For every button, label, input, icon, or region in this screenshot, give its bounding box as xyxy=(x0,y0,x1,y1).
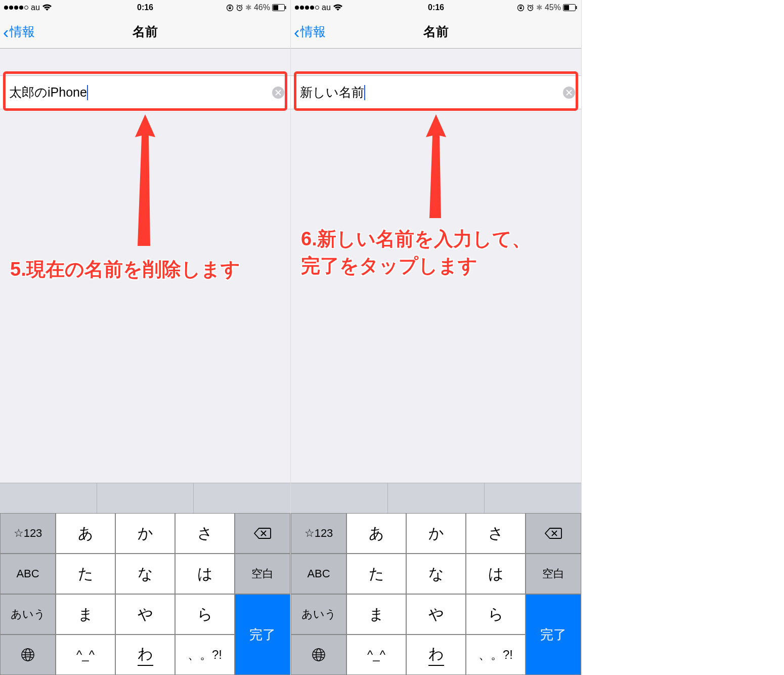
content-area: 太郎のiPhone 5.現在の名前を削除します xyxy=(0,49,290,483)
svg-line-22 xyxy=(528,5,529,6)
key-ka[interactable]: か xyxy=(115,513,175,554)
key-a[interactable]: あ xyxy=(346,513,406,554)
back-label: 情報 xyxy=(10,23,35,40)
key-face[interactable]: ^_^ xyxy=(56,635,115,675)
keyboard: ☆123 あ か さ ABC た な は 空白 あいう ま や ら 完了 ^_^… xyxy=(291,513,581,675)
back-button[interactable]: ‹ 情報 xyxy=(0,23,35,40)
key-mode-123[interactable]: ☆123 xyxy=(0,513,56,554)
signal-dots xyxy=(295,6,319,10)
key-a[interactable]: あ xyxy=(56,513,115,554)
annotation-text: 5.現在の名前を削除します xyxy=(10,256,280,283)
status-time: 0:16 xyxy=(428,3,444,12)
suggestion-item[interactable] xyxy=(485,483,581,513)
key-ma[interactable]: ま xyxy=(56,594,115,635)
screen-right: au 0:16 ✱ 45% ‹ 情報 名前 新しい名 xyxy=(291,0,582,675)
suggestion-item[interactable] xyxy=(97,483,194,513)
annotation-arrow xyxy=(130,114,160,248)
key-done[interactable]: 完了 xyxy=(526,594,581,675)
key-wa[interactable]: わ xyxy=(115,635,175,675)
nav-bar: ‹ 情報 名前 xyxy=(291,15,581,49)
back-label: 情報 xyxy=(300,23,326,40)
battery-percent: 46% xyxy=(254,3,270,12)
svg-rect-26 xyxy=(576,6,577,9)
key-globe[interactable] xyxy=(291,635,346,675)
nav-bar: ‹ 情報 名前 xyxy=(0,15,290,49)
key-mode-123[interactable]: ☆123 xyxy=(291,513,346,554)
svg-rect-9 xyxy=(285,6,286,9)
bluetooth-icon: ✱ xyxy=(245,3,252,12)
page-title: 名前 xyxy=(133,23,158,40)
suggestion-bar xyxy=(291,483,581,513)
key-kana[interactable]: あいう xyxy=(0,594,56,635)
annotation-arrow xyxy=(421,114,451,220)
suggestion-item[interactable] xyxy=(194,483,290,513)
carrier-label: au xyxy=(322,3,331,12)
key-ka[interactable]: か xyxy=(406,513,466,554)
key-backspace[interactable] xyxy=(526,513,581,554)
svg-line-23 xyxy=(532,5,533,6)
annotation-text: 6.新しい名前を入力して、 完了をタップします xyxy=(301,226,571,279)
bluetooth-icon: ✱ xyxy=(536,3,543,12)
back-button[interactable]: ‹ 情報 xyxy=(291,23,326,40)
content-area: 新しい名前 6.新しい名前を入力して、 完了をタップします xyxy=(291,49,581,483)
key-na[interactable]: な xyxy=(115,554,175,594)
key-ta[interactable]: た xyxy=(56,554,115,594)
key-ra[interactable]: ら xyxy=(175,594,235,635)
name-field-row[interactable]: 新しい名前 xyxy=(291,75,581,109)
svg-rect-1 xyxy=(229,7,231,9)
clear-icon[interactable] xyxy=(272,87,284,99)
wifi-icon xyxy=(333,4,342,11)
key-space[interactable]: 空白 xyxy=(235,554,290,594)
key-ha[interactable]: は xyxy=(466,554,526,594)
svg-rect-8 xyxy=(273,5,278,10)
key-abc[interactable]: ABC xyxy=(291,554,346,594)
name-input[interactable]: 太郎のiPhone xyxy=(9,76,87,109)
status-left: au xyxy=(4,3,52,12)
suggestion-bar xyxy=(0,483,290,513)
key-ra[interactable]: ら xyxy=(466,594,526,635)
key-wa[interactable]: わ xyxy=(406,635,466,675)
key-punct[interactable]: 、。?! xyxy=(175,635,235,675)
key-space[interactable]: 空白 xyxy=(526,554,581,594)
text-caret xyxy=(87,85,88,100)
clear-icon[interactable] xyxy=(563,87,575,99)
rotation-lock-icon xyxy=(226,4,234,12)
suggestion-item[interactable] xyxy=(0,483,97,513)
name-field-row[interactable]: 太郎のiPhone xyxy=(0,75,290,109)
suggestion-item[interactable] xyxy=(291,483,388,513)
key-ta[interactable]: た xyxy=(346,554,406,594)
svg-line-5 xyxy=(237,5,238,6)
svg-rect-18 xyxy=(519,7,521,9)
key-face[interactable]: ^_^ xyxy=(346,635,406,675)
key-globe[interactable] xyxy=(0,635,56,675)
key-ya[interactable]: や xyxy=(406,594,466,635)
key-sa[interactable]: さ xyxy=(466,513,526,554)
key-sa[interactable]: さ xyxy=(175,513,235,554)
carrier-label: au xyxy=(31,3,40,12)
key-backspace[interactable] xyxy=(235,513,290,554)
key-kana[interactable]: あいう xyxy=(291,594,346,635)
battery-icon xyxy=(563,4,577,11)
status-right: ✱ 45% xyxy=(517,3,577,12)
key-abc[interactable]: ABC xyxy=(0,554,56,594)
battery-percent: 45% xyxy=(545,3,561,12)
battery-icon xyxy=(272,4,286,11)
suggestion-item[interactable] xyxy=(388,483,485,513)
key-ya[interactable]: や xyxy=(115,594,175,635)
wifi-icon xyxy=(42,4,52,11)
signal-dots xyxy=(4,6,28,10)
alarm-icon xyxy=(527,4,534,12)
status-time: 0:16 xyxy=(137,3,153,12)
name-input[interactable]: 新しい名前 xyxy=(300,76,364,109)
key-done[interactable]: 完了 xyxy=(235,594,290,675)
key-punct[interactable]: 、。?! xyxy=(466,635,526,675)
keyboard: ☆123 あ か さ ABC た な は 空白 あいう ま や ら 完了 ^_^… xyxy=(0,513,290,675)
status-bar: au 0:16 ✱ 45% xyxy=(291,0,581,15)
key-ha[interactable]: は xyxy=(175,554,235,594)
alarm-icon xyxy=(236,4,243,12)
svg-rect-25 xyxy=(564,5,569,10)
key-na[interactable]: な xyxy=(406,554,466,594)
page-title: 名前 xyxy=(423,23,449,40)
key-ma[interactable]: ま xyxy=(346,594,406,635)
status-right: ✱ 46% xyxy=(226,3,286,12)
